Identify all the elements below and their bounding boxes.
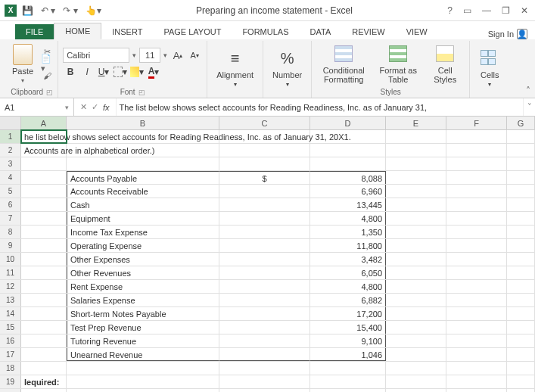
- ribbon-options-icon[interactable]: ▭: [461, 5, 474, 16]
- row-header[interactable]: 19: [0, 375, 21, 388]
- cell-a8[interactable]: [21, 226, 67, 238]
- touch-mode-icon[interactable]: 👆▾: [83, 5, 104, 16]
- row-header[interactable]: 9: [0, 239, 21, 252]
- col-header-f[interactable]: F: [446, 117, 507, 129]
- cell[interactable]: [507, 226, 535, 238]
- account-value[interactable]: 15,400: [310, 321, 386, 334]
- row-header[interactable]: 17: [0, 348, 21, 361]
- account-name[interactable]: Operating Expense: [67, 239, 219, 252]
- cell[interactable]: [386, 144, 446, 157]
- row-header[interactable]: 1: [0, 130, 21, 143]
- account-name[interactable]: Accounts Payable: [67, 171, 219, 184]
- cell-a6[interactable]: [21, 198, 67, 211]
- cell[interactable]: [386, 321, 446, 334]
- account-value[interactable]: 4,800: [310, 212, 386, 225]
- collapse-ribbon-icon[interactable]: ˄: [526, 86, 530, 96]
- row-header[interactable]: 20: [0, 389, 21, 392]
- col-header-e[interactable]: E: [386, 117, 446, 129]
- cell-c7[interactable]: [219, 212, 310, 225]
- cell-a11[interactable]: [21, 266, 67, 279]
- account-value[interactable]: 9,100: [310, 334, 386, 347]
- fx-icon[interactable]: fx: [103, 103, 110, 112]
- row-header[interactable]: 7: [0, 212, 21, 225]
- cell[interactable]: [310, 375, 386, 388]
- cell-g1[interactable]: [507, 130, 535, 143]
- cell-a12[interactable]: [21, 280, 67, 293]
- cell-c17[interactable]: [219, 348, 310, 361]
- row-header[interactable]: 15: [0, 321, 21, 334]
- cell[interactable]: [507, 362, 535, 375]
- cell[interactable]: [386, 334, 446, 347]
- cell[interactable]: [21, 157, 67, 170]
- cell[interactable]: [446, 375, 507, 388]
- account-value[interactable]: 4,800: [310, 280, 386, 293]
- row-header[interactable]: 8: [0, 226, 21, 238]
- account-name[interactable]: Income Tax Expense: [67, 226, 219, 238]
- cell-a16[interactable]: [21, 334, 67, 347]
- cell[interactable]: [219, 389, 310, 392]
- conditional-formatting-button[interactable]: Conditional Formatting: [316, 42, 371, 86]
- cell[interactable]: [507, 185, 535, 198]
- cell[interactable]: [446, 253, 507, 266]
- cell-c8[interactable]: [219, 226, 310, 238]
- cell[interactable]: [507, 144, 535, 157]
- cell-a15[interactable]: [21, 321, 67, 334]
- row-header[interactable]: 12: [0, 280, 21, 293]
- cell[interactable]: [310, 362, 386, 375]
- cell-c13[interactable]: [219, 294, 310, 306]
- row-header[interactable]: 18: [0, 362, 21, 375]
- tab-file[interactable]: FILE: [15, 24, 54, 39]
- cell[interactable]: [507, 171, 535, 184]
- account-name[interactable]: Other Expenses: [67, 253, 219, 266]
- col-header-a[interactable]: A: [21, 117, 67, 129]
- cell[interactable]: [386, 362, 446, 375]
- cell[interactable]: [219, 157, 310, 170]
- cell[interactable]: [386, 294, 446, 306]
- cell[interactable]: [507, 307, 535, 320]
- account-name[interactable]: Other Revenues: [67, 266, 219, 279]
- underline-button[interactable]: U ▾: [96, 64, 111, 79]
- cell-a9[interactable]: [21, 239, 67, 252]
- required-label[interactable]: lequired:: [21, 375, 67, 388]
- font-name-select[interactable]: Calibri: [63, 48, 129, 63]
- cell-a10[interactable]: [21, 253, 67, 266]
- cell[interactable]: [446, 294, 507, 306]
- format-painter-icon[interactable]: 🖌: [41, 70, 53, 81]
- cell[interactable]: [310, 389, 386, 392]
- cell[interactable]: [446, 198, 507, 211]
- select-all-corner[interactable]: [0, 117, 21, 129]
- account-value[interactable]: 17,200: [310, 307, 386, 320]
- cell[interactable]: [446, 280, 507, 293]
- account-value[interactable]: 6,882: [310, 294, 386, 306]
- cell[interactable]: [386, 280, 446, 293]
- cell-c12[interactable]: [219, 280, 310, 293]
- cell[interactable]: [386, 375, 446, 388]
- enter-formula-icon[interactable]: ✓: [92, 102, 98, 112]
- alignment-button[interactable]: ≡ Alignment ▾: [212, 46, 258, 89]
- cell[interactable]: [446, 307, 507, 320]
- account-name[interactable]: Salaries Expense: [67, 294, 219, 306]
- account-value[interactable]: 11,800: [310, 239, 386, 252]
- tab-page-layout[interactable]: PAGE LAYOUT: [153, 24, 232, 39]
- account-name[interactable]: Accounts Receivable: [67, 185, 219, 198]
- font-size-select[interactable]: 11: [139, 48, 160, 63]
- account-name[interactable]: Tutoring Revenue: [67, 334, 219, 347]
- tab-data[interactable]: DATA: [300, 24, 342, 39]
- cell[interactable]: [446, 157, 507, 170]
- cell-a5[interactable]: [21, 185, 67, 198]
- tab-view[interactable]: VIEW: [396, 24, 438, 39]
- tab-insert[interactable]: INSERT: [101, 24, 153, 39]
- cell[interactable]: [446, 266, 507, 279]
- cell[interactable]: [446, 185, 507, 198]
- col-header-c[interactable]: C: [219, 117, 310, 129]
- cells-button[interactable]: Cells ▾: [474, 46, 505, 89]
- cell-a14[interactable]: [21, 307, 67, 320]
- account-value[interactable]: 1,350: [310, 226, 386, 238]
- cell-c4[interactable]: $: [219, 171, 310, 184]
- cell[interactable]: [219, 144, 310, 157]
- cell[interactable]: [67, 157, 219, 170]
- row-header[interactable]: 6: [0, 198, 21, 211]
- undo-icon[interactable]: ↶ ▾: [39, 5, 58, 16]
- account-value[interactable]: 13,445: [310, 198, 386, 211]
- cell[interactable]: [446, 171, 507, 184]
